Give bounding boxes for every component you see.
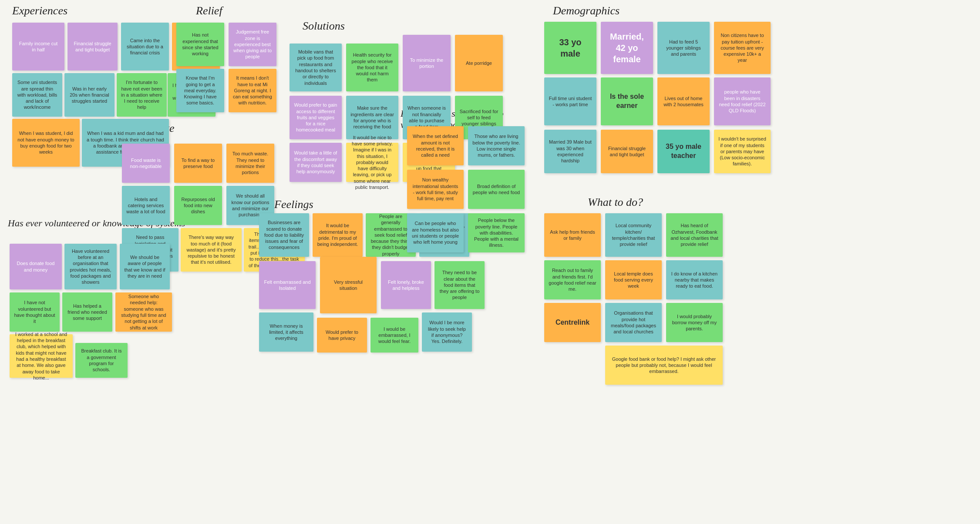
sticky-r3: Know that I'm going to get a meal everyd… — [176, 69, 224, 112]
sticky-fw4: Hotels and catering services waste a lot… — [122, 186, 170, 225]
sticky-e7: I'm fortunate to have not ever been in a… — [117, 73, 167, 117]
section-title-solutions: Solutions — [303, 20, 345, 33]
sticky-v2: Have volunteered before at an organisati… — [64, 244, 117, 289]
sticky-r1: Has not experienced that since she start… — [176, 23, 224, 66]
sticky-e3: Came into the situation due to a financi… — [121, 23, 169, 71]
sticky-dem7: Lives out of home with 2 housemates — [657, 77, 710, 125]
sticky-fw2: To find a way to preserve food — [174, 144, 222, 183]
sticky-d1: When the set defined amount is not recei… — [407, 126, 464, 165]
section-title-relief: Relief — [196, 4, 222, 17]
sticky-e5: Some uni students are spread thin with w… — [12, 73, 62, 117]
section-title-experiences: Experiences — [12, 4, 67, 17]
sticky-fw1: Food waste is non-negotiable — [122, 144, 170, 183]
sticky-w5: Local temple does food serving every wee… — [605, 260, 662, 299]
sticky-dem6: Is the sole earner — [601, 77, 653, 125]
section-title-demographics: Demographics — [553, 4, 620, 17]
sticky-f6: Very stressful situation — [320, 257, 377, 313]
sticky-f1: Businesses are scared to donate food due… — [259, 213, 309, 257]
sticky-f12: Would I be more likely to seek help if a… — [422, 312, 472, 352]
sticky-w7: Centrelink — [544, 303, 601, 342]
sticky-e6: Was in her early 20s when financial stru… — [64, 73, 115, 117]
sticky-d4: Broad definition of people who need food — [468, 170, 525, 209]
sticky-dem5: Full time uni student - works part time — [544, 77, 596, 125]
sticky-dem2: Married, 42 yo female — [601, 22, 653, 74]
sticky-w3: Has heard of Ozharvest, Foodbank and loc… — [666, 213, 723, 257]
sticky-r4: It means I don't have to eat Mi Goreng a… — [229, 69, 276, 112]
sticky-fw8: There's way way way too much of it (food… — [181, 228, 242, 272]
sticky-v7: I worked at a school and helped in the b… — [10, 334, 73, 378]
main-canvas: Experiences Relief Solutions Food Waste … — [0, 0, 980, 524]
sticky-w8: Organisations that provide hot meals/foo… — [605, 303, 662, 342]
sticky-f8: They need to be clear about the food ite… — [434, 261, 485, 309]
sticky-f7: Felt lonely, broke and helpless — [381, 261, 431, 309]
sticky-e9: When I was student, I did not have enoug… — [12, 119, 80, 167]
sticky-s2: Health security for people who receive t… — [346, 44, 398, 91]
sticky-s10: It would be nice to have some privacy. I… — [346, 143, 398, 182]
sticky-f2: It would be detrimental to my pride. I'm… — [313, 213, 363, 257]
sticky-v6: Someone who needed help: someone who was… — [115, 292, 172, 332]
sticky-s9: Would take a little of the discomfort aw… — [290, 143, 342, 182]
sticky-s3: To minimize the portion — [403, 35, 451, 91]
sticky-r2: Judgement free zone is experienced best … — [229, 23, 276, 66]
sticky-fw3: Too much waste. They need to minimize th… — [226, 144, 274, 183]
sticky-v1: Does donate food and money — [10, 244, 62, 289]
sticky-dem1: 33 yo male — [544, 22, 596, 74]
sticky-w6: I do know of a kitchen nearby that makes… — [666, 260, 723, 299]
sticky-dem11: 35 yo male teacher — [657, 130, 710, 173]
section-title-feelings: Feelings — [274, 198, 313, 211]
section-title-whattodo: What to do? — [588, 196, 643, 209]
sticky-f9: When money is limited, it affects everyt… — [259, 312, 313, 352]
sticky-s4: Ate porridge — [455, 35, 503, 91]
sticky-d2: Those who are living below the poverty l… — [468, 126, 525, 165]
sticky-d5: Can be people who are homeless but also … — [407, 213, 464, 252]
sticky-v4: I have not volunteered but have thought … — [10, 292, 60, 332]
sticky-dem10: Financial struggle and tight budget — [601, 130, 653, 173]
sticky-w10: Google food bank or food help? I might a… — [605, 346, 723, 385]
sticky-f11: I would be embarrassed, I would feel fea… — [370, 318, 418, 353]
sticky-dem4: Non citizens have to pay tuition upfront… — [714, 22, 771, 74]
sticky-f10: Would prefer to have privacy — [317, 318, 367, 353]
sticky-e2: Financial struggle and tight budget — [67, 23, 118, 71]
sticky-dem9: Married 39 Male but was 30 when experien… — [544, 130, 596, 173]
sticky-w2: Local community kitchen/ temple/charitie… — [605, 213, 662, 257]
sticky-s5: Would prefer to gain access to different… — [290, 96, 342, 139]
sticky-s1: Mobile vans that pick up food from resta… — [290, 44, 342, 91]
sticky-v8: Breakfast club. It is a government progr… — [75, 343, 128, 378]
sticky-w1: Ask help from friends or family — [544, 213, 601, 257]
sticky-v3: We should be aware of people that we kno… — [120, 244, 170, 289]
sticky-dem8: people who have been in disasters need f… — [714, 77, 771, 125]
sticky-d6: People below the poverty line. People wi… — [468, 213, 525, 252]
sticky-s6: Make sure the ingredients are clear for … — [346, 96, 398, 139]
sticky-v5: Has helped a friend who needed some supp… — [62, 292, 112, 332]
sticky-d3: Non wealthy international students - wor… — [407, 170, 464, 209]
sticky-w4: Reach out to family and friends first. I… — [544, 260, 601, 299]
sticky-f5: Felt embarrassed and Isolated — [259, 261, 316, 309]
sticky-w9: I would probably borrow money off my par… — [666, 303, 723, 342]
sticky-dem12: I wouldn't be surprised if one of my stu… — [714, 130, 771, 173]
sticky-e1: Family income cut in half — [12, 23, 64, 71]
sticky-fw5: Repurposes old food into new dishes — [174, 186, 222, 225]
sticky-dem3: Had to feed 5 younger siblings and paren… — [657, 22, 710, 74]
